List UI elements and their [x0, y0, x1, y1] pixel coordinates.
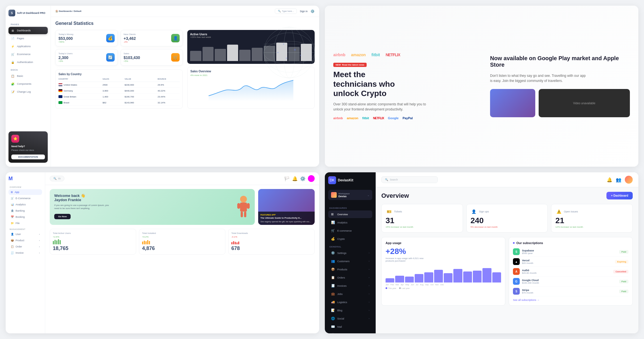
app-nav-order[interactable]: 📋 Order ›: [8, 244, 42, 249]
devias-nav-customers[interactable]: 👥Customers ›: [328, 257, 372, 265]
kpi-label: Tickets: [394, 210, 402, 213]
sidebar-item-authentication[interactable]: 🔒 Authentication: [8, 58, 48, 66]
app-nav-file[interactable]: 📁 File: [8, 220, 42, 226]
user-avatar[interactable]: [625, 176, 633, 184]
app-nav-booking[interactable]: 📅 Booking: [8, 214, 42, 220]
header-search[interactable]: 🔍 Type here...: [275, 8, 297, 14]
app-nav-label: Product: [16, 239, 24, 242]
fitbit-logo: fitbit: [371, 53, 380, 57]
signin-link[interactable]: Sign in: [300, 10, 308, 13]
notification-icon[interactable]: 🔔: [292, 176, 298, 181]
header-icons: 🔔 👥: [607, 176, 633, 184]
dash-logo-icon: S: [8, 10, 15, 16]
badge-new: NEW: [336, 64, 341, 66]
nav-left: ⊞ Overview: [331, 212, 348, 216]
stat-icon-sales: 🛒: [171, 53, 180, 62]
crypto-right: Now available on Google Play market and …: [482, 6, 638, 167]
devias-nav-invoices[interactable]: 🧾Invoices ›: [328, 282, 372, 290]
devias-nav-crypto[interactable]: 💰 Crypto: [328, 235, 372, 243]
sidebar-item-applications[interactable]: ⚡ Applications: [8, 43, 48, 50]
help-box: ⭐ Need help? Please check our docs DOCUM…: [8, 131, 48, 163]
sidebar-item-dashboards[interactable]: ⊞ Dashboards: [8, 27, 48, 34]
devias-nav-overview[interactable]: ⊞ Overview: [328, 210, 372, 218]
sidebar-item-pages[interactable]: 📄 Pages: [8, 35, 48, 42]
devias-nav-products[interactable]: 📦Products ›: [328, 266, 372, 273]
avail-title: Now available on Google Play market and …: [490, 55, 630, 68]
line-chart-svg: [190, 79, 312, 101]
amazon-logo: amazon: [351, 53, 366, 57]
signups-icon: 👤: [471, 208, 477, 215]
devias-nav-blog[interactable]: 📝Blog ›: [328, 307, 372, 314]
flag-de: [58, 89, 62, 92]
stat-icon-users: 🔄: [106, 53, 115, 62]
chevron-right-icon: ›: [369, 252, 369, 254]
devias-search[interactable]: 🔍 Search: [381, 176, 438, 183]
devias-nav-settings[interactable]: ⚙️Settings ›: [328, 249, 372, 257]
app-nav-banking[interactable]: 🏦 Banking: [8, 208, 42, 214]
sub-row-supabase: S Supabase $599 /year Paid: [513, 247, 628, 257]
search-value: kk: [58, 177, 61, 180]
sidebar-item-label: Applications: [17, 45, 31, 48]
app-search[interactable]: 🔍 kk: [50, 176, 64, 181]
crypto-desc: Over 300 stand-alone atomic components t…: [333, 102, 432, 112]
fitbit-logo-2: fitbit: [362, 116, 369, 120]
sidebar-item-label: Components: [17, 82, 31, 85]
devias-nav-mail[interactable]: ✉️Mail: [328, 323, 372, 331]
kpi-change: 12% increase vs last month: [555, 226, 628, 228]
devias-nav-social[interactable]: 🌐Social ›: [328, 315, 372, 322]
dash-header: 🏠 Dashboards / Default 🔍 Type here... Si…: [51, 6, 319, 17]
welcome-title: Welcome back 👋 Jaydon Frankie: [54, 194, 250, 202]
stat-change: +3%: [58, 60, 73, 62]
chevron-right-icon: ›: [369, 317, 369, 320]
crypto-left: airbnb amazon fitbit NETFLIX NEW Read th…: [325, 6, 482, 167]
see-all-link[interactable]: See all subscriptions →: [513, 299, 628, 301]
sub-name: Stripe: [522, 289, 533, 292]
go-now-button[interactable]: Go Now: [54, 214, 71, 219]
devias-nav-jobs[interactable]: 💼Jobs ›: [328, 290, 372, 298]
col-sales: Sales: [103, 78, 125, 80]
devias-nav-orders[interactable]: 📋Orders ›: [328, 274, 372, 281]
app-nav-ecommerce[interactable]: 🛒 E-Commerce: [8, 195, 42, 201]
settings-icon[interactable]: ⚙️: [310, 9, 315, 13]
app-nav-analytics[interactable]: 📊 Analytics: [8, 202, 42, 207]
logistics-label: Logistics: [337, 301, 347, 304]
app-header: 🔍 kk 🏳️ 🔔 ⚙️: [45, 172, 319, 185]
devias-nav-analytics[interactable]: 📊 Analytics: [328, 219, 372, 226]
stat-sales: Sales $103,430 +5% 🛒: [121, 49, 183, 66]
devias-nav-logistics[interactable]: 🚚Logistics ›: [328, 298, 372, 306]
workspace-selector[interactable]: Workspace Devias ⌄: [328, 190, 372, 200]
netflix-logo: NETFLIX: [386, 53, 400, 57]
welcome-banner: Welcome back 👋 Jaydon Frankie If you are…: [50, 189, 255, 225]
settings-icon[interactable]: ⚙️: [300, 176, 306, 181]
app-nav-product[interactable]: 📦 Product ›: [8, 238, 42, 243]
stat-value: 4,876: [142, 245, 222, 251]
devias-logo: DK DeviasKit: [328, 176, 372, 184]
bar: [227, 45, 238, 61]
kpi-open-issues: ⚠️ Open issues 21 12% increase vs last m…: [551, 204, 633, 232]
sidebar-item-changelog[interactable]: 📝 Change Log: [8, 88, 48, 95]
svg-rect-16: [247, 203, 250, 209]
crypto-title: Meet thetechnicians whounlock Meet the t…: [333, 70, 473, 98]
add-dashboard-button[interactable]: + Dashboard: [606, 192, 633, 199]
nav-label: Analytics: [337, 221, 347, 224]
app-nav-app[interactable]: ⊞ App: [8, 189, 42, 195]
stat-label: Sales: [124, 52, 140, 55]
devias-content: Overview + Dashboard 🎫 Tickets 31 15% in…: [376, 187, 638, 333]
users-icon[interactable]: 👥: [616, 177, 621, 182]
app-nav-user[interactable]: 👤 User ›: [8, 231, 42, 237]
chevron-right-icon: ›: [369, 309, 369, 312]
featured-card: FEATURED APP The Ultimate Guide to Produ…: [258, 189, 315, 225]
notification-icon[interactable]: 🔔: [607, 177, 612, 182]
sidebar-item-ecommerce[interactable]: 🛒 Ecommerce: [8, 51, 48, 58]
sidebar-item-components[interactable]: 🧩 Components: [8, 80, 48, 88]
sub-price: $20-80 /month: [522, 272, 537, 274]
auth0-avatar: A: [513, 268, 520, 275]
sub-row-stripe: S Stripe $70 /month Paid: [513, 286, 628, 296]
devias-nav-chat[interactable]: 💬Chat: [328, 331, 372, 333]
documentation-button[interactable]: DOCUMENTATION: [11, 155, 45, 159]
devias-nav-ecommerce[interactable]: 🛒 E-commerce: [328, 227, 372, 234]
svg-rect-14: [240, 203, 247, 212]
sidebar-item-basic[interactable]: 📋 Basic: [8, 72, 48, 80]
user-avatar-icon[interactable]: [308, 175, 315, 182]
app-nav-invoice[interactable]: 🧾 Invoice ›: [8, 250, 42, 256]
